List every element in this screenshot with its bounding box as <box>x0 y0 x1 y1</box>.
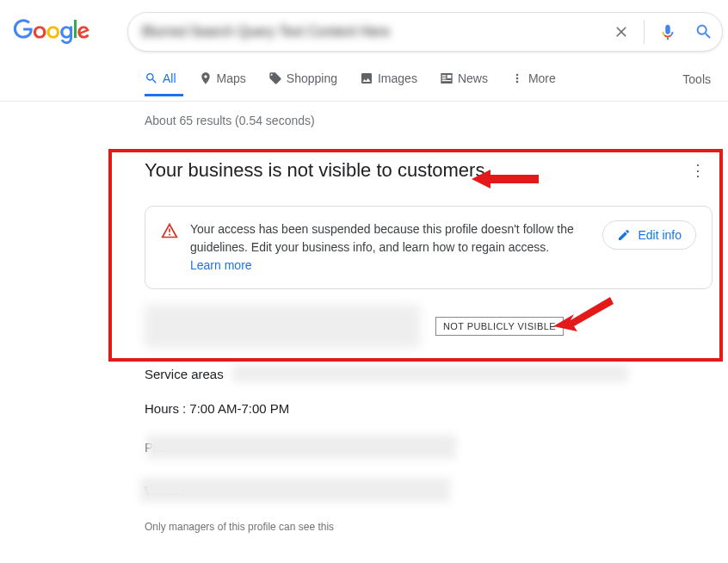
tab-label: Images <box>378 71 417 85</box>
tab-label: Maps <box>217 71 246 85</box>
tabs-row: All Maps Shopping Images News More Tools <box>0 67 728 102</box>
more-dots-icon[interactable]: ⋮ <box>690 161 713 180</box>
footer-note: Only managers of this profile can see th… <box>145 521 728 533</box>
website-value-blurred <box>140 478 450 502</box>
hours-value: : 7:00 AM-7:00 PM <box>182 401 289 416</box>
tab-shopping[interactable]: Shopping <box>268 71 344 96</box>
mic-icon[interactable] <box>650 22 686 41</box>
suspension-notice: Your access has been suspended because t… <box>145 206 713 289</box>
notice-text: Your access has been suspended because t… <box>190 220 590 275</box>
service-areas-value-blurred <box>232 365 628 382</box>
result-stats: About 65 results (0.54 seconds) <box>0 102 728 127</box>
google-logo[interactable] <box>10 19 89 45</box>
search-box[interactable]: Blurred Search Query Text Content Here <box>127 12 723 52</box>
panel-title: Your business is not visible to customer… <box>145 159 484 182</box>
tools-button[interactable]: Tools <box>682 72 711 96</box>
tab-maps[interactable]: Maps <box>199 71 253 96</box>
business-panel: Your business is not visible to customer… <box>145 159 713 348</box>
tab-label: News <box>458 71 488 85</box>
svg-point-1 <box>169 234 170 236</box>
more-icon <box>510 71 524 85</box>
edit-info-label: Edit info <box>638 228 682 242</box>
tag-icon <box>268 71 282 85</box>
phone-value-blurred <box>146 435 456 459</box>
tab-news[interactable]: News <box>440 71 495 96</box>
search-icon[interactable] <box>686 22 722 41</box>
image-icon <box>360 71 373 85</box>
business-name-blurred <box>145 305 420 348</box>
service-areas-label: Service areas <box>145 367 224 381</box>
divider <box>644 20 645 44</box>
tab-all[interactable]: All <box>145 71 183 96</box>
search-icon <box>145 71 158 85</box>
tab-more[interactable]: More <box>510 71 563 96</box>
hours-label: Hours <box>145 401 179 416</box>
edit-info-button[interactable]: Edit info <box>602 220 696 250</box>
tab-label: All <box>163 71 176 85</box>
clear-icon[interactable] <box>604 23 639 40</box>
tab-images[interactable]: Images <box>360 71 424 96</box>
search-query[interactable]: Blurred Search Query Text Content Here <box>128 24 604 40</box>
warning-icon <box>161 222 178 243</box>
tab-label: More <box>528 71 556 85</box>
tab-label: Shopping <box>287 71 337 85</box>
pin-icon <box>199 71 213 85</box>
business-details: Service areas Hours : 7:00 AM-7:00 PM Ph… <box>145 365 728 502</box>
news-icon <box>440 71 453 85</box>
learn-more-link[interactable]: Learn more <box>190 258 252 272</box>
not-publicly-visible-badge: NOT PUBLICLY VISIBLE <box>435 317 564 336</box>
